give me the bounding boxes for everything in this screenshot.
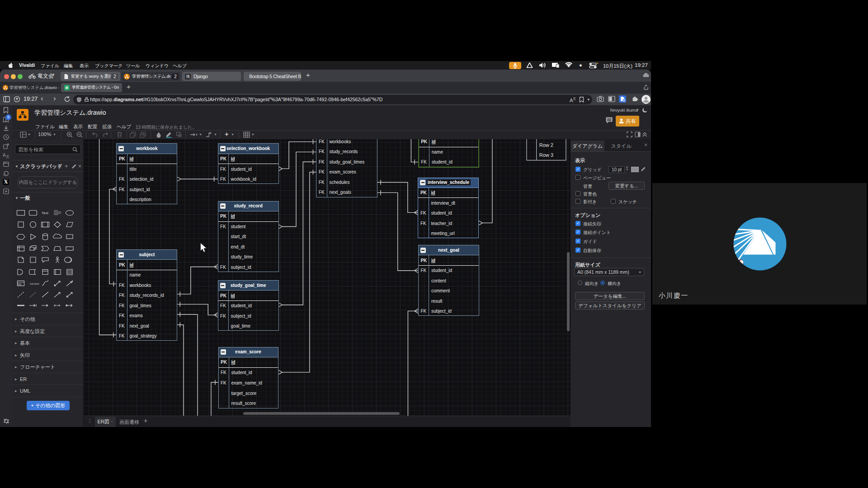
svg-text:A: A (3, 153, 6, 158)
svg-text:List Item: List Item (30, 282, 39, 285)
svg-text:Row 3: Row 3 (539, 152, 553, 158)
svg-text:文: 文 (6, 155, 9, 158)
svg-text:Text: Text (42, 211, 48, 215)
svg-text:Row 2: Row 2 (539, 142, 553, 148)
